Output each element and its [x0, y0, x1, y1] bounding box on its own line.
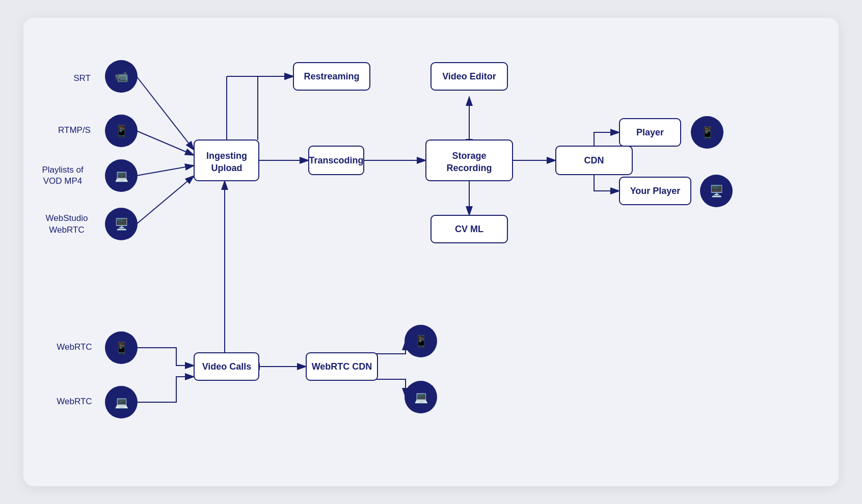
- ingesting-label1: Ingesting: [206, 151, 247, 161]
- webstudio-label: WebStudio: [46, 213, 88, 223]
- arrow-webstudio-ingest: [137, 176, 194, 224]
- storage-label2: Recording: [446, 163, 492, 173]
- arrow-webrtccdn-mobile: [362, 341, 406, 354]
- webrtc-top-label: WebRTC: [57, 342, 92, 352]
- playlists-label: Playlists of: [42, 165, 84, 175]
- rtmps-icon-glyph: 📱: [115, 124, 129, 138]
- yourplayer-label: Your Player: [630, 186, 681, 196]
- arrow-rtmps-ingest: [137, 131, 194, 155]
- playlists-icon-glyph: 💻: [115, 169, 129, 183]
- srt-label: SRT: [73, 73, 91, 83]
- transcoding-label: Transcoding: [309, 155, 363, 165]
- arrow-srt-ingest: [137, 76, 194, 150]
- webrtc-top-icon-glyph: 📱: [115, 341, 129, 355]
- arrow-webrtctop-videocalls: [137, 348, 194, 366]
- videoeditor-label: Video Editor: [442, 71, 496, 81]
- arrow-webrtcbot-videocalls: [137, 377, 194, 402]
- yourplayer-icon-glyph: 🖥️: [710, 184, 724, 198]
- webrtccdn-label: WebRTC CDN: [312, 361, 372, 372]
- rtmps-label: RTMP/S: [58, 125, 91, 135]
- srt-icon-glyph: 📹: [115, 70, 129, 83]
- ingesting-label2: Upload: [211, 163, 243, 173]
- right-mobile-icon-glyph: 📱: [414, 334, 428, 348]
- player-icon-glyph: 📱: [701, 126, 715, 139]
- webrtc-bottom-icon-glyph: 💻: [115, 396, 129, 409]
- webstudio-label2: WebRTC: [49, 225, 84, 235]
- playlists-label2: VOD MP4: [43, 176, 83, 186]
- arrow-ingest-restream: [258, 76, 293, 140]
- player-label: Player: [636, 127, 664, 137]
- webstudio-icon-glyph: 🖥️: [115, 217, 129, 231]
- arrow-playlists-ingest: [137, 165, 194, 176]
- storage-label1: Storage: [452, 151, 486, 161]
- restreaming-label: Restreaming: [304, 71, 359, 81]
- arrow-webrtccdn-desktop: [362, 379, 406, 397]
- right-desktop-icon-glyph: 💻: [414, 390, 428, 404]
- webrtc-bottom-label: WebRTC: [57, 397, 92, 406]
- cdn-label: CDN: [584, 155, 604, 165]
- videocalls-label: Video Calls: [202, 361, 252, 372]
- diagram-container: SRT 📹 RTMP/S 📱 Playlists of VOD MP4 💻 We…: [23, 18, 839, 486]
- cvml-label: CV ML: [455, 224, 483, 234]
